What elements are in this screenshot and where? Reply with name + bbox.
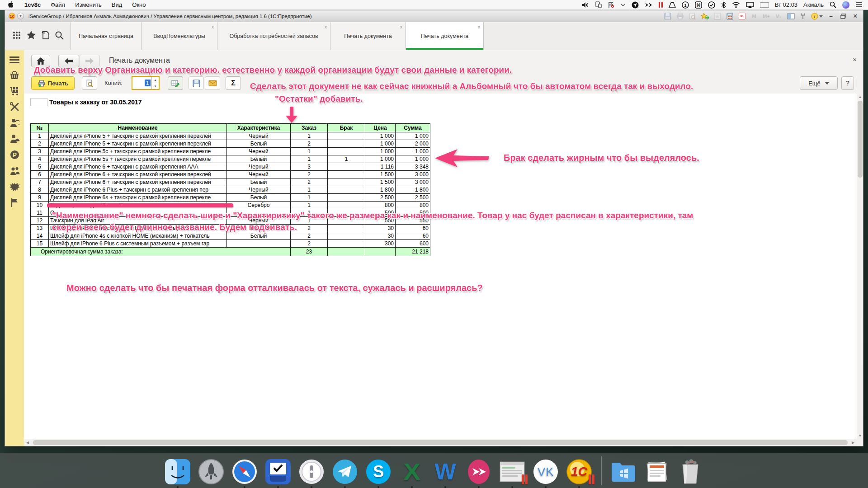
menu-edit[interactable]: Изменить xyxy=(75,1,102,8)
sum-sigma-button[interactable]: Σ xyxy=(226,76,241,90)
chevron-down-icon[interactable] xyxy=(620,1,626,9)
print-button[interactable]: Печать xyxy=(31,76,75,90)
pause-indicator-icon[interactable] xyxy=(659,1,663,9)
bluetooth-icon[interactable] xyxy=(721,1,726,9)
preview-button[interactable] xyxy=(82,76,97,90)
table-row[interactable]: 4Дисплей для iPhone 5s + тачскрин с рамк… xyxy=(31,155,430,163)
airplay-icon[interactable] xyxy=(746,1,754,9)
send-email-button[interactable] xyxy=(205,76,220,90)
crm-headset-icon[interactable] xyxy=(9,118,19,127)
scroll-down-icon[interactable]: ▼ xyxy=(857,432,863,439)
tab-home[interactable]: Начальная страница xyxy=(71,22,141,50)
home-button[interactable] xyxy=(31,55,50,67)
menubar-clock[interactable]: Вт 02:03 xyxy=(775,1,797,8)
table-body[interactable]: 1Дисплей для iPhone 5 + тачскрин с рамко… xyxy=(31,132,430,248)
close-window-button[interactable]: ✕ xyxy=(851,12,859,20)
minimize-button[interactable]: – xyxy=(827,12,835,20)
table-row[interactable]: 2Дисплей для iPhone 5 + тачскрин с рамко… xyxy=(31,140,430,148)
memory-mplus-button[interactable]: M+ xyxy=(762,12,770,20)
enterprise-eagle-icon[interactable] xyxy=(9,182,20,191)
table-row[interactable]: 3Дисплей для iPhone 5c + тачскрин с рамк… xyxy=(31,148,430,155)
purchases-basket-icon[interactable] xyxy=(9,70,19,80)
money-ruble-icon[interactable]: P xyxy=(10,150,19,160)
dock-trash-icon[interactable] xyxy=(677,458,704,485)
dock-vk-icon[interactable]: VK xyxy=(532,458,559,485)
spotlight-search-icon[interactable] xyxy=(830,1,836,9)
menu-window[interactable]: Окно xyxy=(132,1,146,8)
goods-table[interactable]: №НаименованиеХарактеристикаЗаказБракЦена… xyxy=(30,123,430,256)
table-row[interactable]: 8Дисплей для iPhone 6 Plus + тачскрин с … xyxy=(31,186,430,194)
save-file-button[interactable] xyxy=(189,76,204,90)
horizontal-scrollbar[interactable]: ◀ ▶ xyxy=(24,439,857,446)
spin-down-icon[interactable]: ▼ xyxy=(152,83,159,89)
planning-flag-icon[interactable] xyxy=(10,198,19,207)
scroll-left-icon[interactable]: ◀ xyxy=(24,439,31,446)
flag-error-icon[interactable] xyxy=(608,1,614,9)
tab-print-document-2[interactable]: Печать документаx xyxy=(406,22,484,50)
memory-mminus-button[interactable]: M- xyxy=(774,12,783,20)
tab-close-icon[interactable]: x xyxy=(478,24,480,29)
tab-close-icon[interactable]: x xyxy=(400,24,402,29)
table-row[interactable]: 12Тачскрин для iPad AirЧерный1550550 xyxy=(31,217,430,225)
dock-windows-folder-icon[interactable] xyxy=(610,458,637,485)
check-circle-icon[interactable] xyxy=(708,1,715,9)
dock-word-icon[interactable]: W xyxy=(432,458,459,485)
history-icon[interactable] xyxy=(41,30,50,42)
calculator-icon[interactable] xyxy=(726,12,734,20)
device-sync-icon[interactable] xyxy=(595,1,602,9)
split-view-icon[interactable] xyxy=(787,12,795,20)
wifi-icon[interactable] xyxy=(732,1,740,9)
tab-close-icon[interactable]: x xyxy=(325,24,327,29)
dock-finder-icon[interactable] xyxy=(164,458,191,485)
onepassword-menu-icon[interactable]: 1 xyxy=(682,1,689,9)
calendar-icon[interactable]: 31 xyxy=(738,12,746,20)
dock-excel-icon[interactable]: X xyxy=(398,458,425,485)
info-icon[interactable]: i xyxy=(811,12,823,20)
table-row[interactable]: 6Дисплей для iPhone 6 + тачскрин с рамко… xyxy=(31,171,430,178)
forward-button[interactable] xyxy=(79,55,100,67)
tab-close-icon[interactable]: x xyxy=(212,24,214,29)
spark-mail-icon[interactable] xyxy=(645,1,653,9)
table-row[interactable]: 15Шлейф для iPhone 6 Plus с системным ра… xyxy=(31,240,430,248)
google-drive-icon[interactable] xyxy=(669,1,676,9)
table-row[interactable]: 5Дисплей для iPhone 6 + тачскрин с рамко… xyxy=(31,163,430,171)
siri-icon[interactable] xyxy=(842,1,849,9)
dock-skitch-icon[interactable] xyxy=(465,458,492,485)
edit-table-button[interactable] xyxy=(168,76,183,90)
settings-wrench-icon[interactable] xyxy=(799,12,807,20)
vscroll-thumb[interactable] xyxy=(858,101,863,178)
sales-person-icon[interactable] xyxy=(9,134,20,143)
print-preview-icon[interactable] xyxy=(688,12,696,20)
dock-parallels-window-icon[interactable] xyxy=(499,458,526,485)
back-button[interactable] xyxy=(58,55,79,67)
staff-people-icon[interactable] xyxy=(9,166,20,175)
menu-file[interactable]: Файл xyxy=(51,1,65,8)
menu-view[interactable]: Вид xyxy=(112,1,123,8)
favorites-star-icon[interactable] xyxy=(26,30,36,42)
more-button[interactable]: Ещё xyxy=(800,76,838,90)
spreadsheet-area[interactable]: Товары к заказу от 30.05.2017 №Наименова… xyxy=(24,94,857,439)
table-row[interactable]: 9Дисплей для iPhone 6s + тачскрин с рамк… xyxy=(31,194,430,202)
apps-grid-icon[interactable] xyxy=(12,31,21,42)
dock-1password-icon[interactable] xyxy=(298,458,325,485)
favorites-list-icon[interactable] xyxy=(713,12,722,20)
add-favorite-icon[interactable] xyxy=(700,12,709,20)
window-menu-dropdown-icon[interactable]: ▼ xyxy=(17,13,24,19)
menubar-user[interactable]: Акмаль xyxy=(803,1,824,8)
dock-skype-icon[interactable]: S xyxy=(365,458,392,485)
table-row[interactable]: 1Дисплей для iPhone 5 + тачскрин с рамко… xyxy=(31,132,430,140)
menubar-app-name[interactable]: 1cv8c xyxy=(24,1,41,8)
help-button[interactable]: ? xyxy=(841,76,854,90)
warehouse-cart-icon[interactable] xyxy=(9,86,20,95)
copies-spinner[interactable]: 1 ▲▼ xyxy=(132,76,160,90)
dock-documents-stack-icon[interactable] xyxy=(643,458,670,485)
menu-icon[interactable] xyxy=(9,56,19,64)
hscroll-thumb[interactable] xyxy=(33,440,848,445)
volume-icon[interactable] xyxy=(582,1,589,9)
scroll-up-icon[interactable]: ▲ xyxy=(857,94,863,100)
save-icon[interactable] xyxy=(664,12,672,20)
form-close-button[interactable]: × xyxy=(853,56,857,63)
service-tools-icon[interactable] xyxy=(10,102,19,112)
memory-m-button[interactable]: M xyxy=(750,12,758,20)
keyboard-layout-icon[interactable]: ⌘ xyxy=(695,1,702,9)
